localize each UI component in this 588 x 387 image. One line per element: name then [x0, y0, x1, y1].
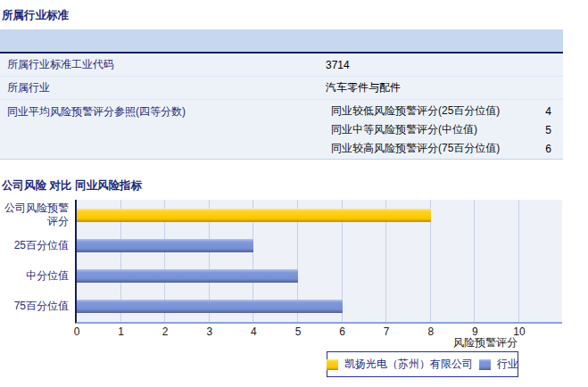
row-value-industry: 汽车零件与配件 [326, 80, 563, 95]
row-label-industry-code: 所属行业标准工业代码 [0, 57, 326, 72]
peer-high-score-label: 同业较高风险预警评分(75百分位值) [326, 141, 512, 156]
table-group-row: 同业平均风险预警评分参照(四等分数) 同业较低风险预警评分(25百分位值) 4 … [0, 100, 563, 160]
bar-中分位值 [77, 269, 298, 283]
x-tick-label: 1 [104, 325, 139, 338]
y-category-label: 25百分位值 [0, 230, 71, 260]
gridline [164, 200, 165, 322]
table-row: 所属行业标准工业代码 3714 [0, 54, 563, 77]
chart-y-axis-labels: 公司风险预警 评分25百分位值中分位值75百分位值 [0, 200, 71, 322]
company-legend-label: 凯扬光电（苏州）有限公司 [344, 357, 473, 372]
industry-standard-table: 所属行业标准工业代码 3714 所属行业 汽车零件与配件 同业平均风险预警评分参… [0, 29, 563, 160]
comparison-section-title: 公司风险 对比 同业风险指标 [2, 178, 142, 194]
bar-chart-plot [75, 200, 562, 324]
industry-standard-section-title: 所属行业标准 [2, 8, 69, 23]
row-label-peer-average: 同业平均风险预警评分参照(四等分数) [0, 102, 326, 119]
bar-25百分位值 [77, 239, 253, 252]
y-category-label: 公司风险预警 评分 [0, 200, 71, 230]
row-label-industry: 所属行业 [0, 80, 326, 95]
x-tick-label: 5 [280, 325, 316, 338]
bar-公司风险预警评分 [77, 209, 431, 222]
x-tick-label: 2 [147, 325, 183, 338]
x-tick-label: 7 [369, 325, 404, 338]
peer-score-list: 同业较低风险预警评分(25百分位值) 4 同业中等风险预警评分(中位值) 5 同… [326, 102, 563, 158]
list-item: 同业较高风险预警评分(75百分位值) 6 [326, 139, 563, 158]
x-tick-label: 0 [59, 325, 95, 338]
y-category-label: 75百分位值 [0, 292, 71, 322]
row-value-industry-code: 3714 [326, 59, 563, 71]
peer-low-score-value: 4 [512, 105, 563, 118]
bar-75百分位值 [77, 300, 343, 313]
industry-legend-swatch-icon [479, 359, 491, 370]
x-tick-label: 4 [236, 325, 271, 338]
x-tick-label: 10 [501, 325, 537, 338]
gridline [253, 200, 253, 322]
gridline [474, 200, 475, 322]
x-tick-label: 6 [325, 325, 360, 338]
x-tick-label: 8 [413, 325, 449, 338]
peer-low-score-label: 同业较低风险预警评分(25百分位值) [326, 103, 512, 119]
gridline [430, 200, 431, 322]
table-row: 所属行业 汽车零件与配件 [0, 77, 563, 100]
list-item: 同业较低风险预警评分(25百分位值) 4 [326, 102, 563, 120]
gridline [120, 200, 121, 322]
chart-x-axis-title: 风险预警评分 [453, 335, 518, 350]
chart-legend: 凯扬光电（苏州）有限公司 行业 [327, 351, 518, 377]
company-legend-swatch-icon [327, 359, 338, 370]
y-category-label: 中分位值 [0, 261, 71, 292]
industry-legend-label: 行业 [497, 357, 518, 372]
gridline [297, 200, 298, 322]
gridline [342, 200, 343, 322]
gridline [385, 200, 386, 322]
peer-median-score-label: 同业中等风险预警评分(中位值) [326, 122, 512, 137]
table-header-band [0, 29, 563, 54]
x-tick-label: 3 [192, 325, 228, 338]
gridline [518, 200, 519, 322]
x-tick-label: 9 [457, 325, 493, 338]
peer-median-score-value: 5 [512, 124, 563, 136]
peer-high-score-value: 6 [512, 143, 563, 155]
list-item: 同业中等风险预警评分(中位值) 5 [326, 120, 563, 139]
gridline [209, 200, 210, 322]
